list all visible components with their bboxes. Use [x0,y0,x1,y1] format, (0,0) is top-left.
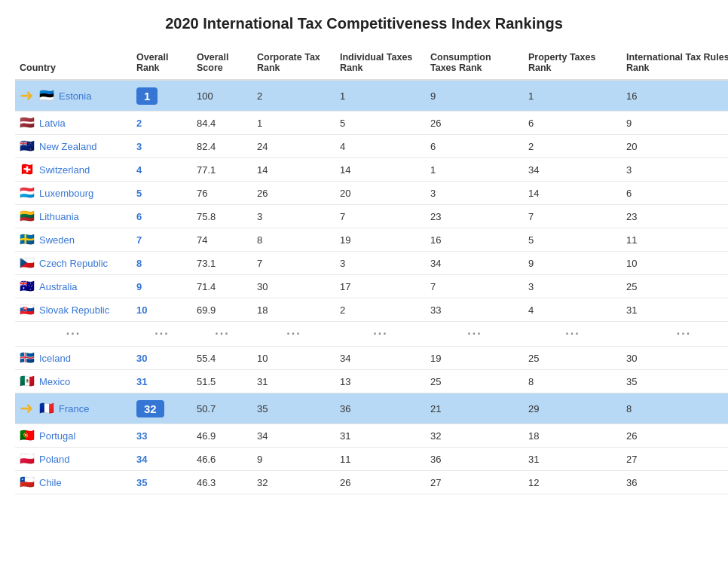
country-name: Czech Republic [39,258,108,269]
score-cell: 75.8 [192,205,252,228]
country-name: Iceland [39,353,71,364]
country-name: Estonia [59,90,91,102]
rank-value: 31 [136,376,147,387]
arrow-indicator: ➜ [20,86,33,106]
overall-rank-cell: 5 [132,182,192,205]
rankings-table: Country Overall Rank Overall Score Corpo… [15,46,728,494]
dots-intl: ··· [622,322,728,347]
corporate-rank-cell: 30 [252,275,335,298]
page-title: 2020 International Tax Competitiveness I… [15,15,713,32]
intl-rank-cell: 3 [622,158,728,182]
col-header-individual-taxes-rank: Individual Taxes Rank [335,46,426,80]
individual-rank-cell: 31 [335,424,426,448]
score-cell: 50.7 [192,393,252,424]
property-rank-cell: 2 [524,135,622,158]
dots-country: ··· [15,322,132,347]
rank-value: 30 [136,353,147,364]
corporate-rank-cell: 8 [252,228,335,252]
flag-icon: 🇵🇱 [20,453,35,465]
individual-rank-cell: 19 [335,228,426,252]
rank-value: 9 [136,281,142,292]
individual-rank-cell: 2 [335,298,426,322]
col-header-property-taxes-rank: Property Taxes Rank [524,46,622,80]
overall-rank-cell: 30 [132,347,192,370]
intl-rank-cell: 26 [622,424,728,448]
score-cell: 69.9 [192,298,252,322]
intl-rank-cell: 27 [622,448,728,471]
table-row: 🇱🇹Lithuania675.83723723 [15,205,728,228]
property-rank-cell: 29 [524,393,622,424]
col-header-overall-score: Overall Score [192,46,252,80]
individual-rank-cell: 14 [335,158,426,182]
score-cell: 71.4 [192,275,252,298]
dots-score: ··· [192,322,252,347]
country-cell: ➜🇫🇷France [15,393,132,424]
score-cell: 51.5 [192,370,252,393]
arrow-indicator: ➜ [20,399,33,418]
overall-rank-cell: 34 [132,448,192,471]
score-cell: 55.4 [192,347,252,370]
dots-consump: ··· [426,322,524,347]
table-row: 🇳🇿New Zealand382.42446220 [15,135,728,158]
ellipsis-row: ··· ··· ··· ··· ··· ··· ··· ··· [15,322,728,347]
property-rank-cell: 14 [524,182,622,205]
property-rank-cell: 31 [524,448,622,471]
score-cell: 46.9 [192,424,252,448]
country-cell: 🇱🇹Lithuania [15,205,132,228]
score-cell: 100 [192,80,252,112]
property-rank-cell: 1 [524,80,622,112]
score-cell: 46.3 [192,471,252,494]
flag-icon: 🇨🇭 [20,164,35,176]
country-cell: 🇵🇹Portugal [15,424,132,448]
country-name: France [59,403,89,414]
corporate-rank-cell: 24 [252,135,335,158]
table-row: 🇱🇻Latvia284.4152669 [15,112,728,135]
country-cell: 🇨🇿Czech Republic [15,252,132,275]
rank-value: 10 [136,304,147,316]
country-name: Luxembourg [39,188,93,199]
country-name: Poland [39,454,69,465]
consumption-rank-cell: 23 [426,205,524,228]
table-row: ➜🇪🇪Estonia1100219116 [15,80,728,112]
col-header-corporate-tax-rank: Corporate Tax Rank [252,46,335,80]
table-row: 🇸🇰Slovak Republic1069.918233431 [15,298,728,322]
flag-icon: 🇲🇽 [20,375,35,387]
overall-rank-cell: 1 [132,80,192,112]
rank-value: 3 [136,141,142,152]
flag-icon: 🇪🇪 [39,90,54,102]
intl-rank-cell: 36 [622,471,728,494]
rank-badge: 32 [136,400,164,417]
overall-rank-cell: 7 [132,228,192,252]
intl-rank-cell: 8 [622,393,728,424]
overall-rank-cell: 3 [132,135,192,158]
property-rank-cell: 9 [524,252,622,275]
table-row: 🇵🇹Portugal3346.93431321826 [15,424,728,448]
country-cell: 🇦🇺Australia [15,275,132,298]
corporate-rank-cell: 3 [252,205,335,228]
consumption-rank-cell: 27 [426,471,524,494]
country-cell: 🇱🇺Luxembourg [15,182,132,205]
overall-rank-cell: 32 [132,393,192,424]
country-name: Mexico [39,376,70,387]
flag-icon: 🇨🇿 [20,257,35,269]
property-rank-cell: 3 [524,275,622,298]
flag-icon: 🇸🇰 [20,304,35,316]
flag-icon: 🇱🇹 [20,210,35,222]
col-header-consumption-taxes-rank: Consumption Taxes Rank [426,46,524,80]
overall-rank-cell: 10 [132,298,192,322]
individual-rank-cell: 1 [335,80,426,112]
flag-icon: 🇦🇺 [20,280,35,292]
corporate-rank-cell: 35 [252,393,335,424]
country-cell: 🇮🇸Iceland [15,347,132,370]
country-cell: 🇱🇻Latvia [15,112,132,135]
consumption-rank-cell: 9 [426,80,524,112]
rank-value: 7 [136,234,142,246]
overall-rank-cell: 33 [132,424,192,448]
table-row: 🇲🇽Mexico3151.5311325835 [15,370,728,393]
table-row: 🇦🇺Australia971.430177325 [15,275,728,298]
overall-rank-cell: 8 [132,252,192,275]
consumption-rank-cell: 19 [426,347,524,370]
intl-rank-cell: 35 [622,370,728,393]
table-row: 🇵🇱Poland3446.6911363127 [15,448,728,471]
flag-icon: 🇮🇸 [20,352,35,364]
